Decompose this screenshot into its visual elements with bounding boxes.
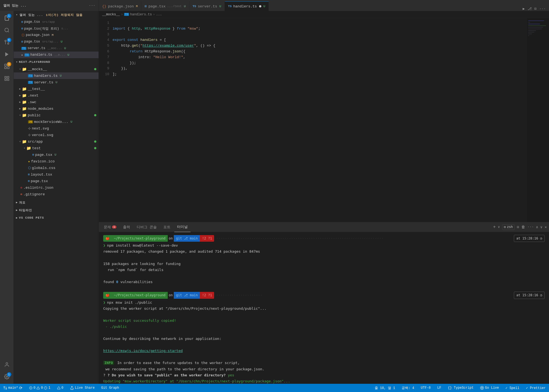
status-position[interactable]: 줄 10, 열 1	[374, 384, 396, 392]
status-git-graph[interactable]: Git Graph	[100, 384, 120, 392]
tab-terminal[interactable]: 터미널	[174, 222, 191, 232]
open-editor-handlers-ts[interactable]: ● TS handlers.ts __m... U	[14, 52, 99, 58]
status-live-share[interactable]: Live Share	[69, 384, 96, 392]
activity-files[interactable]: 1	[2, 13, 12, 23]
kill-terminal-icon[interactable]: 🗑	[521, 225, 525, 229]
svg-rect-6	[4, 64, 6, 66]
dot-green4	[94, 147, 96, 149]
svg-marker-5	[5, 52, 9, 57]
folder-src[interactable]: ▾ 📁 src/app	[14, 138, 99, 145]
folder-test[interactable]: ▶ 📁 __test__	[14, 86, 99, 92]
file-next-svg[interactable]: ⊹ next.svg	[14, 125, 99, 132]
run-icon[interactable]: ▶	[523, 7, 525, 11]
file-eslintrc[interactable]: ⊛ .eslintrc.json	[14, 184, 99, 191]
tab-page-tsx[interactable]: ⊞ page.tsx .../test U	[141, 1, 189, 11]
activity-remote[interactable]	[2, 74, 12, 83]
file-msw[interactable]: JS mockServiceWo... U	[14, 119, 99, 125]
status-branch[interactable]: main* ⟳	[2, 384, 24, 392]
folder-public[interactable]: ▾ 📁 public	[14, 112, 99, 119]
svg-rect-13	[5, 79, 6, 81]
file-gitignore[interactable]: ⊕ .gitignore	[14, 191, 99, 198]
file-server-ts[interactable]: TS server.ts U	[14, 79, 99, 86]
svg-rect-9	[7, 67, 9, 69]
tab-ports[interactable]: 포트	[161, 222, 173, 232]
terminal-more-icon[interactable]: ∨	[498, 225, 500, 229]
folder-next[interactable]: ▶ 📁 .next	[14, 92, 99, 99]
file-page-tsx-test[interactable]: ⊞ page.tsx U	[14, 151, 99, 158]
tab-package-json[interactable]: {} package.json M	[99, 1, 141, 11]
panel-close-icon[interactable]: ✕	[545, 225, 547, 229]
folder-node-modules[interactable]: ▶ 📁 node_modules	[14, 105, 99, 112]
breadcrumb-handlers: handlers.ts	[130, 13, 152, 16]
status-space[interactable]: 공백: 4	[400, 384, 415, 392]
tab-handlers-ts[interactable]: TS handlers.ts U	[225, 1, 269, 11]
section-timeline[interactable]: ▶ 타임라인	[14, 206, 99, 214]
section-vscode-pets[interactable]: ▶ VS CODE PETS	[14, 214, 99, 222]
tab-output-label: 출력	[123, 225, 130, 230]
file-favicon[interactable]: ★ favicon.ico	[14, 158, 99, 165]
prettier-label: ✓ Prettier	[526, 386, 546, 390]
activity-account[interactable]	[2, 360, 12, 370]
tab-server-ts-label: server.ts	[198, 4, 217, 9]
file-name: handlers.ts	[34, 74, 58, 78]
terminal-content[interactable]: 🍎 ~/Projects/next-playground on git ⎇ ma…	[99, 232, 549, 384]
main-content: __mocks__ › TS handlers.ts › ... 1 2 3 4	[99, 11, 549, 384]
status-line-ending[interactable]: LF	[436, 384, 442, 392]
encoding-label: UTF-8	[421, 386, 431, 390]
status-language[interactable]: {} TypeScript	[447, 384, 475, 392]
activity-settings[interactable]: 1	[2, 372, 12, 382]
panel-tabs: 문제 1 출력 디버그 콘솔 포트 터미널	[99, 222, 549, 232]
problems-badge: 1	[112, 225, 116, 229]
folder-swc[interactable]: ▶ 📁 .swc	[14, 99, 99, 105]
tab-debug[interactable]: 디버그 콘솔	[134, 222, 159, 232]
activity-extensions[interactable]: 3	[2, 61, 12, 71]
split-terminal-icon[interactable]: ⊡	[517, 225, 519, 229]
tab-server-ts[interactable]: TS server.ts U	[189, 1, 225, 11]
terminal-prompt-2: 🍎 ~/Projects/next-playground on git ⎇ ma…	[103, 292, 545, 299]
open-editor-page-tsx-app[interactable]: ⊞ page.tsx src/app	[14, 19, 99, 25]
tab-problems[interactable]: 문제 1	[101, 222, 119, 232]
dot-green	[94, 68, 96, 70]
folder-mocks[interactable]: ▾ 📁 __mocks__	[14, 66, 99, 72]
folder-test-src[interactable]: ▾ 📁 test	[14, 145, 99, 151]
open-editor-page-tsx-test[interactable]: ⊞ page.tsx src/ap... U	[14, 38, 99, 45]
open-editor-page-tsx-work[interactable]: ⊞ page.tsx(작업 트리) s...	[14, 25, 99, 32]
project-header[interactable]: ▾ NEXT-PLAYGROUND	[14, 58, 99, 66]
panel-up-icon[interactable]: ∧	[536, 225, 538, 229]
section-overview[interactable]: ▶ 개요	[14, 199, 99, 206]
file-page-tsx-src[interactable]: ⊞ page.tsx	[14, 178, 99, 184]
status-problems2[interactable]: 0	[56, 384, 65, 392]
code-editor[interactable]: 1 2 3 4 5 6 7 8 9 10 import { http, Http…	[99, 18, 549, 222]
open-editors-header[interactable]: ▾ 열려 있는 ... 1이(가) 저장되지 않음	[14, 11, 99, 19]
tab-output[interactable]: 출력	[120, 222, 133, 232]
file-handlers-ts[interactable]: TS handlers.ts U	[14, 72, 99, 79]
file-layout-tsx[interactable]: ⊞ layout.tsx	[14, 171, 99, 178]
split-icon[interactable]: ⊡	[534, 7, 537, 11]
new-terminal-icon[interactable]: +	[493, 225, 496, 230]
status-go-live[interactable]: Go Live	[479, 384, 500, 392]
status-errors[interactable]: 0 0 1	[28, 384, 52, 392]
file-path-label: __moc...	[47, 47, 62, 50]
status-prettier[interactable]: ✓ Prettier	[525, 384, 547, 392]
terminal-link[interactable]: https://mswjs.io/docs/getting-started	[103, 348, 545, 354]
activity-source-control[interactable]: 6	[2, 37, 12, 47]
chevron-right-icon2: ▶	[16, 208, 18, 212]
panel-down-icon[interactable]: ∨	[540, 225, 542, 229]
file-name-label: server.ts	[27, 46, 45, 50]
branch-icon[interactable]: ⎇	[528, 7, 532, 11]
activity-search[interactable]	[2, 25, 12, 35]
file-vercel-svg[interactable]: ⊹ vercel.svg	[14, 132, 99, 138]
tabs-more-icon[interactable]: ···	[539, 7, 546, 11]
shell-selector[interactable]: ⊟ zsh	[502, 224, 515, 230]
file-name-label: package.json	[26, 33, 49, 37]
panel-more-icon[interactable]: ···	[527, 225, 534, 229]
status-spell[interactable]: ✓ Spell	[505, 384, 520, 392]
line-ending-label: LF	[437, 386, 441, 390]
activity-run[interactable]	[2, 49, 12, 59]
svg-point-3	[5, 40, 6, 42]
more-icon[interactable]: ···	[89, 4, 95, 8]
open-editor-server-ts[interactable]: TS server.ts __moc... U	[14, 45, 99, 52]
file-globals-css[interactable]: ⬡ globals.css	[14, 165, 99, 171]
status-encoding[interactable]: UTF-8	[420, 384, 432, 392]
open-editor-package-json[interactable]: {} package.json M	[14, 32, 99, 38]
